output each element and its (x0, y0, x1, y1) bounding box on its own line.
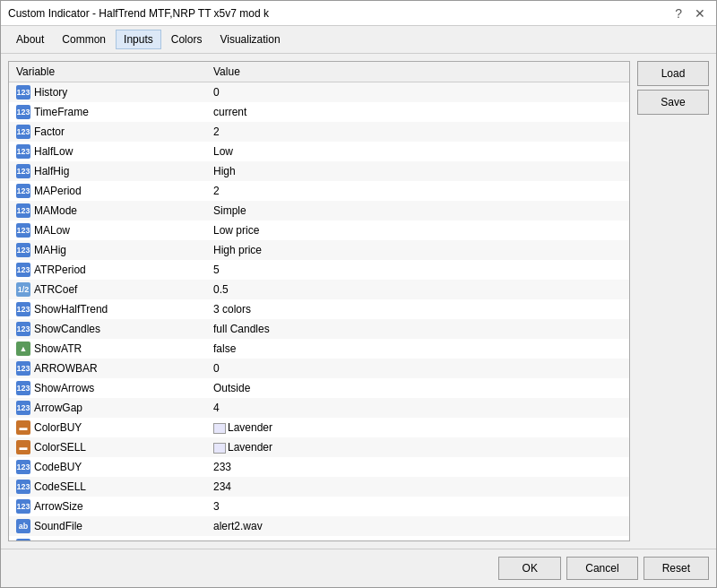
value-text: 233 (213, 461, 231, 473)
variable-name: ATRPeriod (34, 264, 86, 276)
table-row[interactable]: 123History0 (9, 82, 629, 103)
variable-cell: 123CodeSELL (9, 477, 206, 497)
table-row[interactable]: 123ShowCandlesfull Candles (9, 319, 629, 339)
type-icon: 1/2 (16, 282, 30, 297)
value-text: 0.5 (213, 283, 229, 296)
variable-cell: 123MAHig (9, 240, 206, 260)
type-icon: 123 (16, 164, 30, 178)
value-cell: 0 (206, 359, 629, 378)
type-icon: ▲ (16, 342, 30, 356)
type-icon: 123 (16, 361, 30, 376)
load-button[interactable]: Load (637, 61, 709, 86)
ok-button[interactable]: OK (498, 557, 561, 580)
table-row[interactable]: 123HalfHigHigh (9, 161, 629, 181)
type-icon: 123 (16, 322, 30, 336)
value-text: High price (213, 244, 262, 256)
value-text: High (213, 165, 236, 177)
table-row[interactable]: 123HalfLowLow (9, 142, 629, 161)
value-cell: High (206, 161, 629, 181)
col-value-header: Value (206, 62, 629, 82)
value-text: 3 colors (213, 303, 251, 316)
variable-cell: ▬ColorBUY (9, 418, 206, 437)
table-row[interactable]: 123MAPeriod2 (9, 181, 629, 201)
table-row[interactable]: 123ATRPeriod5 (9, 260, 629, 280)
table-row[interactable]: 123MALowLow price (9, 220, 629, 240)
close-button[interactable]: ✕ (691, 7, 709, 20)
type-icon: 123 (16, 381, 30, 395)
variable-name: ShowHalfTrend (34, 303, 108, 316)
value-text: Simple (213, 204, 246, 217)
title-controls: ? ✕ (671, 7, 709, 20)
variable-cell: 123ALERTBAR (9, 536, 206, 541)
variable-cell: 1/2ATRCoef (9, 280, 206, 299)
type-icon: 123 (16, 263, 30, 277)
table-row[interactable]: 123MAModeSimple (9, 201, 629, 220)
table-row[interactable]: abSoundFilealert2.wav (9, 516, 629, 536)
value-cell: Low (206, 142, 629, 161)
menu-item-about[interactable]: About (8, 30, 52, 49)
value-text: Lavender (228, 441, 272, 454)
type-icon: 123 (16, 184, 30, 198)
menu-item-common[interactable]: Common (54, 30, 114, 49)
table-row[interactable]: 123CodeBUY233 (9, 457, 629, 477)
value-text: full Candles (213, 323, 270, 335)
variable-name: MAPeriod (34, 185, 82, 197)
menu-item-colors[interactable]: Colors (163, 30, 211, 49)
help-button[interactable]: ? (671, 7, 686, 20)
color-swatch (213, 443, 226, 454)
variable-name: MAHig (34, 244, 66, 256)
value-text: current (213, 106, 246, 118)
col-variable-header: Variable (9, 62, 206, 82)
table-row[interactable]: 123ARROWBAR0 (9, 359, 629, 378)
variable-name: ATRCoef (34, 283, 77, 296)
table-row[interactable]: 123Factor2 (9, 122, 629, 142)
table-row[interactable]: 123ArrowSize3 (9, 497, 629, 516)
variable-cell: ▬ColorSELL (9, 437, 206, 457)
value-cell: 0.5 (206, 280, 629, 299)
table-row[interactable]: ▬ColorBUYLavender (9, 418, 629, 437)
type-icon: 123 (16, 125, 30, 139)
reset-button[interactable]: Reset (644, 557, 709, 580)
table-row[interactable]: 123TimeFramecurrent (9, 102, 629, 122)
table-row[interactable]: 123ShowHalfTrend3 colors (9, 299, 629, 319)
type-icon: 123 (16, 85, 30, 99)
table-row[interactable]: ▬ColorSELLLavender (9, 437, 629, 457)
value-cell: alert2.wav (206, 516, 629, 536)
menu-item-inputs[interactable]: Inputs (116, 30, 161, 49)
variable-name: CodeBUY (34, 461, 82, 473)
value-text: Low price (213, 224, 259, 237)
value-cell: Low price (206, 220, 629, 240)
menu-item-visualization[interactable]: Visualization (212, 30, 288, 49)
table-row[interactable]: 123ArrowGap4 (9, 398, 629, 418)
variable-name: SoundFile (34, 520, 82, 532)
value-cell: 1 (206, 536, 629, 541)
table-row[interactable]: ▲ShowATRfalse (9, 339, 629, 359)
variable-name: ShowATR (34, 342, 82, 355)
value-text: 5 (213, 264, 220, 276)
value-text: 2 (213, 185, 220, 197)
variable-name: MALow (34, 224, 70, 237)
variable-cell: ▲ShowATR (9, 339, 206, 359)
variable-name: HalfHig (34, 165, 69, 177)
value-text: 4 (213, 402, 220, 414)
table-row[interactable]: 1/2ATRCoef0.5 (9, 280, 629, 299)
value-cell: 2 (206, 181, 629, 201)
value-cell: current (206, 102, 629, 122)
value-cell: 5 (206, 260, 629, 280)
variable-cell: 123ArrowSize (9, 497, 206, 516)
type-icon: 123 (16, 105, 30, 119)
save-button[interactable]: Save (637, 90, 709, 115)
table-row[interactable]: 123CodeSELL234 (9, 477, 629, 497)
type-icon: 123 (16, 144, 30, 159)
value-cell: 2 (206, 122, 629, 142)
variable-name: ArrowGap (34, 402, 82, 414)
cancel-button[interactable]: Cancel (566, 557, 637, 580)
table-row[interactable]: 123ALERTBAR1 (9, 536, 629, 541)
variable-cell: 123MALow (9, 220, 206, 240)
variables-table-container[interactable]: Variable Value 123History0123TimeFramecu… (8, 61, 630, 541)
table-row[interactable]: 123ShowArrowsOutside (9, 378, 629, 398)
variable-cell: 123ATRPeriod (9, 260, 206, 280)
type-icon: 123 (16, 203, 30, 218)
value-text: false (213, 342, 236, 355)
table-row[interactable]: 123MAHigHigh price (9, 240, 629, 260)
